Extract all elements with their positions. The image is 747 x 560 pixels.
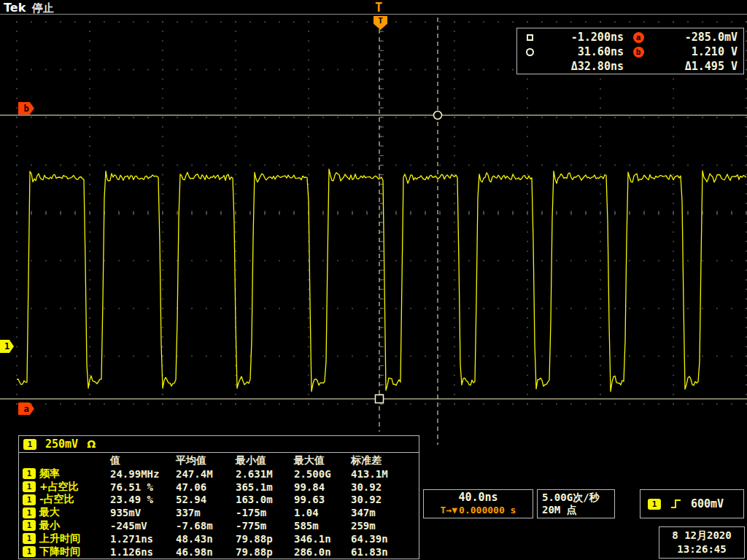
measurement-value: 413.1M <box>351 468 419 480</box>
time-label: 13:26:45 <box>677 542 726 556</box>
column-header-mean: 平均值 <box>176 454 236 467</box>
delta-time: Δ32.80ns <box>542 60 624 73</box>
channel-1-badge: 1 <box>23 508 36 518</box>
measurement-label: 1最大 <box>23 506 110 519</box>
measurement-value: 46.98n <box>176 546 236 558</box>
timebase-scale: 40.0ns <box>458 491 498 504</box>
measurement-name: 上升时间 <box>39 532 80 545</box>
measurement-name: 最大 <box>39 506 60 519</box>
measurement-row: 1上升时间1.271ns48.43n79.88p346.1n64.39n <box>23 532 419 545</box>
measurement-name: 最小 <box>39 519 60 532</box>
measurement-label: 1-占空比 <box>23 493 110 506</box>
source-b-badge: b <box>633 47 644 58</box>
measurement-value: 1.271ns <box>110 533 176 545</box>
measurement-value: 61.83n <box>351 546 419 558</box>
measurement-label: 1+占空比 <box>23 481 110 494</box>
acquisition-readout: 5.00G次/秒 20M 点 <box>537 489 615 518</box>
measurement-name: -占空比 <box>39 493 74 506</box>
cursor-2-time: 31.60ns <box>542 45 624 58</box>
measurement-row: 1下降时间1.126ns46.98n79.88p286.0n61.83n <box>23 545 419 559</box>
cursor-2-marker[interactable] <box>434 112 442 120</box>
measurement-row: 1频率24.99MHz247.4M2.631M2.500G413.1M <box>23 467 419 481</box>
measurement-value: 48.43n <box>176 533 236 545</box>
cursor-2-row: 31.60ns b 1.210 V <box>517 44 743 59</box>
sample-rate: 5.00G次/秒 <box>542 491 614 504</box>
measurement-value: 52.94 <box>176 494 236 505</box>
channel-1-badge: 1 <box>23 494 36 505</box>
date-label: 8 12月2020 <box>672 529 731 542</box>
trigger-position-readout: T→▼ 0.000000 s <box>441 504 516 516</box>
trigger-position-value: 0.000000 s <box>459 504 516 516</box>
channel-1-scale-badge[interactable]: 1 250mV Ω <box>18 435 419 453</box>
trigger-badge[interactable]: 1 600mV <box>640 489 744 518</box>
trigger-source-badge: 1 <box>648 499 661 510</box>
header-divider <box>0 14 747 15</box>
channel-coupling: Ω <box>87 438 96 450</box>
channel-vertical-scale: 250mV <box>45 438 78 451</box>
cursor-2-amplitude: 1.210 V <box>653 45 743 58</box>
measurement-header-row: 值 平均值 最小值 最大值 标准差 <box>23 454 419 467</box>
measurement-value: 23.49 % <box>110 494 176 505</box>
measurement-rows: 1频率24.99MHz247.4M2.631M2.500G413.1M1+占空比… <box>23 467 419 559</box>
cursor-1-marker[interactable] <box>376 395 384 403</box>
measurement-value: 347m <box>351 507 419 518</box>
measurement-row: 1最小-245mV-7.68m-775m585m259m <box>23 519 419 532</box>
column-header-max: 最大值 <box>294 454 351 467</box>
measurement-value: 286.0n <box>294 546 351 558</box>
measurement-name: +占空比 <box>39 481 79 494</box>
measurement-value: 2.631M <box>236 468 294 480</box>
measurement-value: 47.06 <box>176 481 236 493</box>
measurement-label: 1频率 <box>23 467 110 481</box>
measurement-value: 99.84 <box>294 481 351 493</box>
measurement-row: 1最大935mV337m-175m1.04347m <box>23 506 419 519</box>
channel-1-badge: 1 <box>23 439 36 450</box>
measurement-value: 247.4M <box>176 468 236 480</box>
cursor-1-time: -1.200ns <box>542 31 624 44</box>
record-length: 20M 点 <box>542 504 614 516</box>
measurement-value: 79.88p <box>236 533 294 545</box>
measurement-value: 346.1n <box>294 533 351 545</box>
trigger-position-icon: T→▼ <box>441 504 457 516</box>
channel-1-badge: 1 <box>23 546 36 557</box>
measurement-value: 1.04 <box>294 507 351 518</box>
measurement-value: 365.1m <box>236 481 294 493</box>
measurement-value: -775m <box>236 520 294 532</box>
oscilloscope-screen: Tek 停止 T T b a 1 -1.200ns a -285.0mV 31.… <box>0 0 747 560</box>
measurement-value: 935mV <box>110 507 176 518</box>
measurement-row: 1-占空比23.49 %52.94163.0m99.6330.92 <box>23 493 419 506</box>
measurement-value: 1.126ns <box>110 546 176 558</box>
measurement-value: -7.68m <box>176 520 236 532</box>
measurement-value: -245mV <box>110 520 176 532</box>
measurement-table: 值 平均值 最小值 最大值 标准差 1频率24.99MHz247.4M2.631… <box>18 452 419 559</box>
channel-1-badge: 1 <box>23 533 36 544</box>
horizontal-scale-readout[interactable]: 40.0ns T→▼ 0.000000 s <box>423 489 533 518</box>
measurement-value: 259m <box>351 520 419 532</box>
delta-amplitude: Δ1.495 V <box>653 60 743 73</box>
cursor-delta-row: Δ32.80ns Δ1.495 V <box>517 59 743 74</box>
measurement-label: 1上升时间 <box>23 532 110 545</box>
measurement-value: 99.63 <box>294 494 351 505</box>
cursor-1-amplitude: -285.0mV <box>653 31 743 44</box>
measurement-value: 64.39n <box>351 533 419 545</box>
column-header-stddev: 标准差 <box>351 454 419 467</box>
source-a-badge: a <box>633 32 644 43</box>
measurement-name: 频率 <box>39 467 60 481</box>
measurement-label: 1下降时间 <box>23 545 110 559</box>
rising-edge-icon <box>670 499 681 509</box>
column-header-value: 值 <box>110 454 176 467</box>
cursor-readout-panel: -1.200ns a -285.0mV 31.60ns b 1.210 V Δ3… <box>516 28 744 74</box>
datetime-readout: 8 12月2020 13:26:45 <box>659 526 745 559</box>
measurement-row: 1+占空比76.51 %47.06365.1m99.8430.92 <box>23 481 419 494</box>
cursor-1-row: -1.200ns a -285.0mV <box>517 30 743 44</box>
cursor-1-square-icon <box>527 34 533 41</box>
channel-1-badge: 1 <box>23 520 36 531</box>
brand-logo: Tek <box>4 1 26 15</box>
measurement-value: 30.92 <box>351 494 419 505</box>
measurement-value: -175m <box>236 507 294 518</box>
measurement-value: 24.99MHz <box>110 468 176 480</box>
measurement-value: 76.51 % <box>110 481 176 493</box>
cursor-2-circle-icon <box>526 48 534 56</box>
channel-1-badge: 1 <box>23 468 36 479</box>
trigger-position-indicator[interactable]: T <box>375 0 382 15</box>
trigger-level: 600mV <box>691 497 724 510</box>
